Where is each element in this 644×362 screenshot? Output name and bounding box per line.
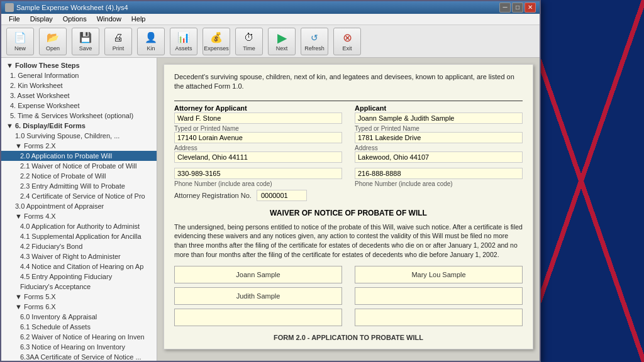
- window-title: Sample Expense Worksheet (4).lys4: [16, 4, 499, 11]
- main-layout: ▼ Follow These Steps 1. General Informat…: [1, 58, 540, 361]
- attorney-section-label: Attorney for Applicant: [174, 104, 342, 112]
- save-label: Save: [79, 45, 92, 52]
- applicant-address[interactable]: 1781 Lakeside Drive: [355, 132, 523, 143]
- exit-icon: ⊗: [340, 31, 355, 44]
- attorney-reg-row: Attorney Registration No. 0000001: [174, 190, 342, 201]
- sidebar-item-fid-acceptance[interactable]: Fiduciary's Acceptance: [1, 282, 157, 292]
- exit-label: Exit: [342, 45, 352, 52]
- next-button[interactable]: ▶ Next: [268, 28, 296, 55]
- print-button[interactable]: 🖨 Print: [104, 28, 132, 55]
- sidebar-item-general[interactable]: 1. General Information: [1, 70, 157, 80]
- sig-empty-2[interactable]: [174, 309, 342, 326]
- content-area: Decedent's surviving spouse, children, n…: [157, 58, 540, 361]
- menu-file[interactable]: File: [4, 14, 25, 24]
- sidebar-group-display[interactable]: ▼ 6. Display/Edit Forms: [1, 121, 157, 131]
- sidebar-group-forms6[interactable]: ▼ Forms 6.X: [1, 302, 157, 312]
- sidebar-header[interactable]: ▼ Follow These Steps: [1, 60, 157, 70]
- sig-judith[interactable]: Judith Sample: [174, 287, 342, 305]
- sidebar-item-expense[interactable]: 4. Expense Worksheet: [1, 101, 157, 111]
- maximize-button[interactable]: □: [512, 3, 523, 13]
- form-paper: Decedent's surviving spouse, children, n…: [164, 64, 533, 349]
- refresh-button[interactable]: ↺ Refresh: [301, 28, 328, 55]
- next-icon: ▶: [274, 31, 289, 44]
- sidebar-item-kin[interactable]: 2. Kin Worksheet: [1, 80, 157, 90]
- applicant-section-label: Applicant: [355, 104, 523, 112]
- form-intro-text: Decedent's surviving spouse, children, n…: [174, 72, 523, 92]
- sig-joann[interactable]: Joann Sample: [174, 266, 342, 283]
- sidebar-item-entry-admitting[interactable]: 2.3 Entry Admitting Will to Probate: [1, 181, 157, 191]
- sidebar-group-forms5[interactable]: ▼ Forms 5.X: [1, 292, 157, 302]
- applicant-city[interactable]: Lakewood, Ohio 44107: [355, 151, 523, 163]
- attorney-address[interactable]: 17140 Lorain Avenue: [174, 132, 342, 143]
- sidebar-group-forms4[interactable]: ▼ Forms 4.X: [1, 211, 157, 221]
- attorney-city[interactable]: Cleveland, Ohio 44111: [174, 151, 342, 163]
- applicant-name-label: Typed or Printed Name: [355, 125, 523, 132]
- waiver-title: WAIVER OF NOTICE OF PROBATE OF WILL: [174, 209, 523, 217]
- open-button[interactable]: 📂 Open: [39, 28, 67, 55]
- sidebar-item-waiver-notice[interactable]: 2.1 Waiver of Notice of Probate of Will: [1, 161, 157, 171]
- reg-label: Attorney Registration No.: [174, 192, 252, 199]
- assets-button[interactable]: 📊 Assets: [170, 28, 197, 55]
- new-label: New: [14, 45, 26, 52]
- sig-empty-1[interactable]: [355, 287, 523, 305]
- assets-label: Assets: [175, 45, 192, 52]
- menu-options[interactable]: Options: [58, 14, 92, 24]
- sidebar-item-asset[interactable]: 3. Asset Worksheet: [1, 90, 157, 101]
- sidebar-item-notice-hearing[interactable]: 6.3 Notice of Hearing on Inventory: [1, 342, 157, 352]
- sidebar-item-auth-admin[interactable]: 4.0 Application for Authority to Adminis…: [1, 221, 157, 231]
- menu-window[interactable]: Window: [92, 14, 126, 24]
- time-button[interactable]: ⏱ Time: [235, 28, 263, 55]
- sidebar-item-app-probate[interactable]: 2.0 Application to Probate Will: [1, 151, 157, 161]
- sig-mary[interactable]: Mary Lou Sample: [355, 266, 523, 283]
- sidebar: ▼ Follow These Steps 1. General Informat…: [1, 58, 157, 361]
- new-button[interactable]: 📄 New: [6, 28, 34, 55]
- expenses-button[interactable]: 💰 Expenses: [203, 28, 230, 55]
- sidebar-item-notice-probate[interactable]: 2.2 Notice of Probate of Will: [1, 171, 157, 181]
- refresh-label: Refresh: [304, 45, 325, 52]
- window-controls: ─ □ ✕: [499, 3, 536, 13]
- sidebar-item-entry-appoint[interactable]: 4.5 Entry Appointing Fiduciary: [1, 272, 157, 282]
- sidebar-item-bond[interactable]: 4.2 Fiduciary's Bond: [1, 241, 157, 251]
- time-label: Time: [243, 45, 255, 52]
- toolbar: 📄 New 📂 Open 💾 Save 🖨 Print 👤 Kin 📊 Asse…: [1, 25, 540, 58]
- next-label: Next: [276, 45, 288, 52]
- menu-display[interactable]: Display: [25, 14, 58, 24]
- menu-help[interactable]: Help: [126, 14, 151, 24]
- sidebar-item-notice-citation[interactable]: 4.4 Notice and Citation of Hearing on Ap: [1, 261, 157, 272]
- close-button[interactable]: ✕: [525, 3, 536, 13]
- open-label: Open: [46, 45, 60, 52]
- sidebar-item-inventory[interactable]: 6.0 Inventory & Appraisal: [1, 312, 157, 322]
- print-label: Print: [113, 45, 125, 52]
- kin-icon: 👤: [143, 31, 158, 44]
- sidebar-item-schedule[interactable]: 6.1 Schedule of Assets: [1, 322, 157, 332]
- form-footer: FORM 2.0 - APPLICATION TO PROBATE WILL: [174, 334, 523, 341]
- save-button[interactable]: 💾 Save: [72, 28, 99, 55]
- time-icon: ⏱: [242, 31, 257, 44]
- sidebar-item-waiver-right[interactable]: 4.3 Waiver of Right to Administer: [1, 251, 157, 261]
- sidebar-item-waiver-inv[interactable]: 6.2 Waiver of Notice of Hearing on Inven: [1, 332, 157, 342]
- exit-button[interactable]: ⊗ Exit: [333, 28, 361, 55]
- assets-icon: 📊: [176, 31, 191, 44]
- sidebar-item-cert-service[interactable]: 2.4 Certificate of Service of Notice of …: [1, 191, 157, 201]
- sidebar-item-cert-3aa[interactable]: 6.3AA Certificate of Service of Notice .…: [1, 352, 157, 361]
- sig-empty-3[interactable]: [355, 309, 523, 326]
- sidebar-item-surviving[interactable]: 1.0 Surviving Spouse, Children, ...: [1, 131, 157, 141]
- reg-value[interactable]: 0000001: [257, 190, 307, 201]
- attorney-name[interactable]: Ward F. Stone: [174, 112, 342, 124]
- sidebar-item-supp-app[interactable]: 4.1 Supplemental Application for Ancilla: [1, 231, 157, 241]
- sidebar-group-forms2[interactable]: ▼ Forms 2.X: [1, 141, 157, 151]
- open-icon: 📂: [45, 31, 60, 44]
- attorney-name-label: Typed or Printed Name: [174, 125, 342, 132]
- minimize-button[interactable]: ─: [499, 3, 511, 13]
- new-icon: 📄: [13, 31, 28, 44]
- applicant-phone[interactable]: 216-888-8888: [355, 168, 523, 179]
- attorney-phone[interactable]: 330-989-3165: [174, 168, 342, 179]
- kin-button[interactable]: 👤 Kin: [137, 28, 165, 55]
- waiver-text: The undersigned, being persons entitled …: [174, 222, 523, 260]
- sidebar-item-time[interactable]: 5. Time & Services Worksheet (optional): [1, 111, 157, 121]
- sidebar-item-appraiser[interactable]: 3.0 Appointment of Appraiser: [1, 201, 157, 211]
- print-icon: 🖨: [111, 31, 126, 44]
- applicant-name[interactable]: Joann Sample & Judith Sample: [355, 112, 523, 124]
- waiver-section: WAIVER OF NOTICE OF PROBATE OF WILL The …: [174, 209, 523, 326]
- save-icon: 💾: [78, 31, 93, 44]
